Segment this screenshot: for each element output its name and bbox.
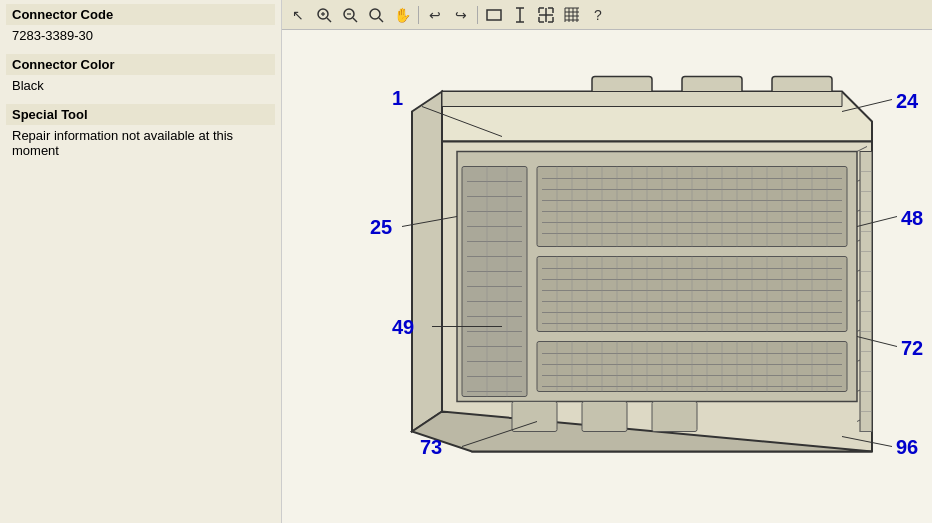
svg-line-5 [353,18,357,22]
connector-color-label: Connector Color [6,54,275,75]
redo-tool[interactable]: ↪ [449,4,473,26]
toolbar: ↖ ✋ ↩ ↪ ? [282,0,932,30]
connector-code-label: Connector Code [6,4,275,25]
zoom-in-tool[interactable] [364,4,388,26]
svg-rect-130 [652,402,697,432]
pan-tool[interactable]: ✋ [390,4,414,26]
toolbar-separator-2 [477,6,478,24]
special-tool-label: Special Tool [6,104,275,125]
undo-tool[interactable]: ↩ [423,4,447,26]
right-panel: ↖ ✋ ↩ ↪ ? [282,0,932,523]
svg-text:24: 24 [896,90,919,112]
special-tool-value: Repair information not available at this… [6,125,275,161]
fit-width-tool[interactable] [482,4,506,26]
connector-diagram: 1 24 25 48 49 72 73 96 [282,30,932,523]
svg-text:73: 73 [420,436,442,458]
zoom-in-rect-tool[interactable] [312,4,336,26]
special-tool-section: Special Tool Repair information not avai… [0,100,281,165]
svg-rect-128 [512,402,557,432]
connector-code-section: Connector Code 7283-3389-30 [0,0,281,50]
svg-rect-129 [582,402,627,432]
left-panel: Connector Code 7283-3389-30 Connector Co… [0,0,282,523]
svg-text:25: 25 [370,216,392,238]
svg-text:72: 72 [901,337,923,359]
svg-text:48: 48 [901,207,923,229]
grid-tool[interactable] [560,4,584,26]
pointer-tool[interactable]: ↖ [286,4,310,26]
fit-page-tool[interactable] [534,4,558,26]
svg-rect-9 [487,10,501,20]
zoom-out-rect-tool[interactable] [338,4,362,26]
fit-height-tool[interactable] [508,4,532,26]
svg-line-1 [327,18,331,22]
svg-text:96: 96 [896,436,918,458]
help-tool[interactable]: ? [586,4,610,26]
svg-point-7 [370,9,380,19]
connector-color-section: Connector Color Black [0,50,281,100]
svg-text:1: 1 [392,87,403,109]
svg-line-8 [379,18,383,22]
svg-rect-110 [462,167,527,397]
connector-code-value: 7283-3389-30 [6,25,275,46]
svg-text:49: 49 [392,316,414,338]
toolbar-separator-1 [418,6,419,24]
connector-color-value: Black [6,75,275,96]
diagram-area: 1 24 25 48 49 72 73 96 [282,30,932,523]
